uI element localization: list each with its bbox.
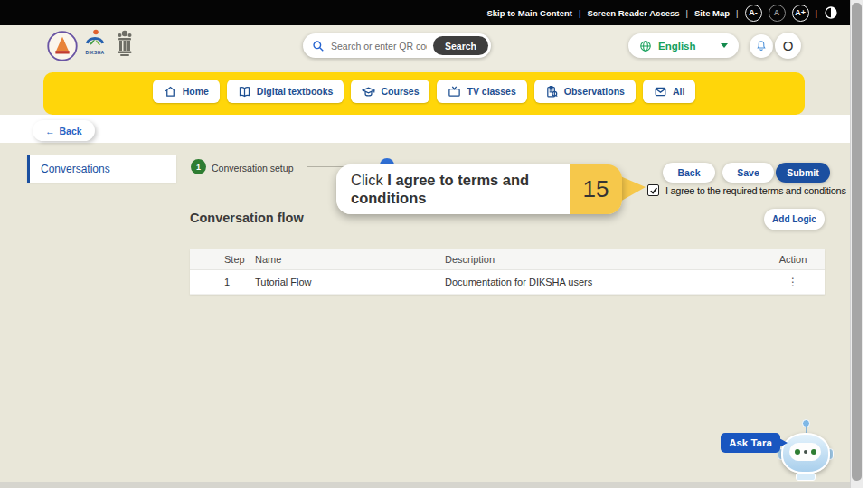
ask-tara-button[interactable]: Ask Tara bbox=[721, 433, 780, 453]
diksha-logo: DIKSHA bbox=[81, 28, 108, 55]
column-header-name: Name bbox=[255, 254, 445, 265]
font-decrease-button[interactable]: A- bbox=[745, 5, 762, 22]
tara-robot-icon[interactable] bbox=[778, 419, 832, 483]
scrollbar-thumb[interactable] bbox=[852, 3, 862, 481]
search-icon bbox=[312, 40, 325, 52]
add-logic-button[interactable]: Add Logic bbox=[764, 209, 825, 230]
footer-strip bbox=[0, 482, 851, 488]
language-label: English bbox=[658, 41, 696, 52]
column-header-description: Description bbox=[445, 254, 761, 265]
agree-terms-checkbox[interactable] bbox=[647, 184, 659, 196]
nav-observations-button[interactable]: Observations bbox=[534, 80, 636, 103]
sidebar-item-label: Conversations bbox=[41, 163, 110, 175]
form-back-button[interactable]: Back bbox=[663, 163, 715, 183]
profile-initial: O bbox=[783, 38, 794, 53]
back-label: Back bbox=[60, 126, 82, 136]
globe-icon bbox=[639, 40, 652, 52]
robot-nose bbox=[804, 450, 807, 454]
submit-button[interactable]: Submit bbox=[776, 163, 830, 183]
nav-digital-textbooks-button[interactable]: Digital textbooks bbox=[227, 80, 344, 103]
table-header-row: Step Name Description Action bbox=[190, 249, 825, 270]
book-icon bbox=[238, 85, 251, 99]
row-actions-kebab-icon[interactable]: ⋮ bbox=[788, 276, 798, 288]
robot-body bbox=[796, 473, 816, 481]
font-normal-button[interactable]: A bbox=[769, 5, 786, 22]
clipboard-icon bbox=[545, 85, 559, 99]
diksha-logo-text: DIKSHA bbox=[81, 50, 108, 55]
separator: | bbox=[736, 8, 738, 18]
chevron-down-icon bbox=[721, 43, 728, 48]
agree-terms-row: I agree to the required terms and condit… bbox=[647, 184, 846, 196]
mail-icon bbox=[654, 85, 667, 99]
agree-terms-label: I agree to the required terms and condit… bbox=[665, 185, 846, 196]
language-selector[interactable]: English bbox=[628, 33, 739, 58]
ask-tara-bubble-tail bbox=[779, 438, 788, 447]
graduation-cap-icon bbox=[362, 85, 375, 99]
contrast-toggle-icon[interactable] bbox=[824, 5, 838, 20]
nav-label: Observations bbox=[564, 86, 625, 97]
robot-eye-left bbox=[795, 449, 800, 455]
cell-description: Documentation for DIKSHA users bbox=[445, 277, 761, 287]
tooltip-step-badge: 15 bbox=[570, 164, 622, 214]
profile-avatar[interactable]: O bbox=[775, 33, 801, 59]
nav-all-button[interactable]: All bbox=[643, 80, 695, 103]
tamilnadu-emblem-logo bbox=[47, 31, 78, 61]
robot-face bbox=[789, 443, 821, 461]
accessibility-bar: Skip to Main Content | Screen Reader Acc… bbox=[0, 0, 851, 25]
site-map-link[interactable]: Site Map bbox=[694, 8, 730, 18]
separator: | bbox=[579, 8, 580, 18]
nav-home-button[interactable]: Home bbox=[153, 80, 220, 103]
search-input[interactable] bbox=[331, 41, 427, 52]
stepper-step1-label: Conversation setup bbox=[212, 163, 293, 174]
skip-to-main-link[interactable]: Skip to Main Content bbox=[486, 8, 571, 18]
main-nav: Home Digital textbooks Courses bbox=[43, 72, 805, 115]
check-icon bbox=[649, 186, 658, 195]
robot-antenna-ball bbox=[802, 419, 810, 427]
tooltip-prefix: Click bbox=[351, 172, 387, 188]
nav-label: Digital textbooks bbox=[257, 86, 334, 97]
cell-step: 1 bbox=[190, 277, 255, 287]
diksha-app: Skip to Main Content | Screen Reader Acc… bbox=[0, 0, 868, 488]
stepper-step1-circle: 1 bbox=[191, 159, 206, 174]
india-emblem-logo bbox=[115, 30, 135, 59]
search-bar: Search bbox=[303, 33, 491, 58]
font-increase-button[interactable]: A+ bbox=[792, 5, 809, 22]
notifications-button[interactable] bbox=[750, 34, 773, 58]
nav-courses-button[interactable]: Courses bbox=[351, 80, 429, 103]
back-strip bbox=[0, 115, 851, 143]
robot-eye-right bbox=[811, 449, 816, 455]
separator: | bbox=[816, 8, 817, 18]
column-header-step: Step bbox=[190, 254, 255, 265]
save-button[interactable]: Save bbox=[722, 163, 774, 183]
screen-reader-link[interactable]: Screen Reader Access bbox=[587, 8, 679, 18]
nav-label: All bbox=[673, 86, 684, 97]
nav-tv-classes-button[interactable]: TV classes bbox=[437, 80, 526, 103]
nav-label: TV classes bbox=[467, 86, 515, 97]
column-header-action: Action bbox=[761, 254, 825, 265]
separator: | bbox=[686, 8, 688, 18]
back-arrow-icon: ← bbox=[45, 126, 55, 136]
search-button[interactable]: Search bbox=[433, 36, 488, 55]
nav-label: Courses bbox=[381, 86, 419, 97]
section-title: Conversation flow bbox=[190, 211, 304, 225]
conversation-flow-table: Step Name Description Action 1 Tutorial … bbox=[190, 249, 825, 295]
bell-icon bbox=[755, 40, 768, 52]
nav-label: Home bbox=[183, 86, 209, 97]
tooltip-text: Click I agree to terms and conditions bbox=[336, 164, 570, 214]
table-row: 1 Tutorial Flow Documentation for DIKSHA… bbox=[190, 270, 825, 295]
tooltip-pointer bbox=[618, 175, 646, 202]
tv-icon bbox=[448, 85, 461, 99]
sidebar-item-conversations[interactable]: Conversations bbox=[27, 155, 176, 183]
cell-name: Tutorial Flow bbox=[255, 277, 445, 287]
home-icon bbox=[164, 85, 177, 99]
back-button[interactable]: ← Back bbox=[33, 120, 95, 141]
tutorial-tooltip: Click I agree to terms and conditions 15 bbox=[336, 164, 622, 214]
page-right-edge bbox=[863, 0, 868, 488]
